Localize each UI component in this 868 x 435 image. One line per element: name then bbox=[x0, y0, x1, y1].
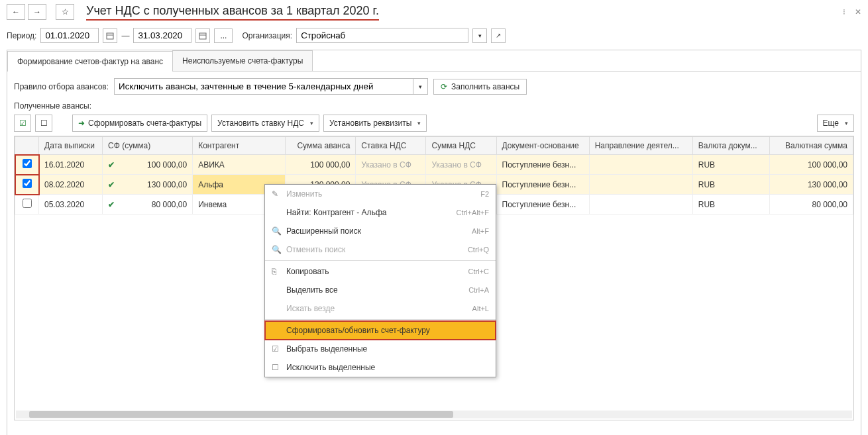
col-curr-sum[interactable]: Валютная сумма bbox=[769, 137, 853, 155]
menu-item-label: Сформировать/обновить счет-фактуру bbox=[286, 326, 489, 335]
col-check[interactable] bbox=[15, 137, 39, 155]
menu-item-icon: 🔍 bbox=[272, 226, 286, 236]
col-rate[interactable]: Ставка НДС bbox=[356, 137, 426, 155]
cell-date: 05.03.2020 bbox=[39, 195, 103, 215]
period-to-input[interactable] bbox=[133, 28, 191, 43]
period-to-cal-button[interactable] bbox=[195, 28, 210, 43]
menu-separator bbox=[265, 319, 496, 320]
menu-item-label: Расширенный поиск bbox=[286, 226, 472, 236]
menu-item-label: Искать везде bbox=[286, 304, 472, 313]
menu-item-shortcut: Ctrl+C bbox=[468, 267, 489, 275]
tab-unused-invoices[interactable]: Неиспользуемые счета-фактуры bbox=[172, 50, 313, 71]
menu-item[interactable]: Сформировать/обновить счет-фактуру bbox=[265, 321, 496, 340]
menu-item-icon: 🔍 bbox=[272, 245, 286, 254]
tab-form-invoices[interactable]: Формирование счетов-фактур на аванс bbox=[7, 51, 173, 72]
refresh-icon: ⟳ bbox=[441, 82, 447, 91]
cell-contractor: АВИКА bbox=[193, 155, 286, 175]
page-title: Учет НДС с полученных авансов за 1 кварт… bbox=[86, 4, 379, 21]
select-all-button[interactable]: ☑ bbox=[14, 115, 31, 132]
col-sf[interactable]: СФ (сумма) bbox=[103, 137, 193, 155]
menu-item[interactable]: ☑ Выбрать выделенные bbox=[265, 340, 496, 358]
fill-advances-button[interactable]: ⟳ Заполнить авансы bbox=[433, 79, 527, 95]
cell-direction bbox=[589, 195, 692, 215]
period-from-input[interactable] bbox=[40, 28, 99, 43]
close-icon[interactable]: ✕ bbox=[855, 7, 861, 17]
check-icon: ✔ bbox=[108, 200, 115, 209]
set-vat-rate-button[interactable]: Установить ставку НДС bbox=[211, 115, 319, 132]
horizontal-scrollbar[interactable] bbox=[16, 411, 852, 418]
period-select-button[interactable]: ... bbox=[214, 28, 233, 43]
menu-item-shortcut: Alt+F bbox=[472, 227, 489, 235]
cell-doc: Поступление безн... bbox=[496, 175, 589, 195]
col-date[interactable]: Дата выписки bbox=[39, 137, 103, 155]
cell-doc: Поступление безн... bbox=[496, 195, 589, 215]
more-button[interactable]: Еще bbox=[817, 115, 854, 132]
cell-currency: RUB bbox=[692, 195, 769, 215]
org-dropdown-button[interactable]: ▾ bbox=[472, 28, 487, 43]
nav-back-button[interactable]: ← bbox=[7, 4, 25, 20]
context-menu: ✎ Изменить F2 Найти: Контрагент - Альфа … bbox=[264, 184, 496, 377]
more-menu-icon[interactable]: ⁝ bbox=[843, 7, 845, 17]
menu-item[interactable]: ⎘ Копировать Ctrl+C bbox=[265, 262, 496, 281]
menu-item[interactable]: 🔍 Отменить поиск Ctrl+Q bbox=[265, 240, 496, 259]
filter-select[interactable] bbox=[115, 79, 413, 94]
check-icon: ✔ bbox=[108, 180, 115, 189]
checkbox-all-icon: ☑ bbox=[19, 119, 27, 128]
col-contractor[interactable]: Контрагент bbox=[193, 137, 286, 155]
svg-rect-0 bbox=[107, 33, 113, 39]
menu-item-shortcut: Ctrl+Q bbox=[468, 246, 489, 254]
menu-item[interactable]: ☐ Исключить выделенные bbox=[265, 358, 496, 377]
menu-item[interactable]: Искать везде Alt+L bbox=[265, 299, 496, 318]
arrow-right-icon: → bbox=[33, 7, 41, 17]
row-checkbox[interactable] bbox=[23, 179, 32, 188]
arrow-right-icon: ➜ bbox=[78, 119, 85, 128]
filter-label: Правило отбора авансов: bbox=[14, 82, 109, 91]
cell-date: 16.01.2020 bbox=[39, 155, 103, 175]
arrow-left-icon: ← bbox=[12, 7, 20, 17]
calendar-icon bbox=[199, 32, 207, 40]
cell-curr-sum: 100 000,00 bbox=[769, 155, 853, 175]
cell-sf: ✔100 000,00 bbox=[103, 155, 193, 175]
cell-curr-sum: 80 000,00 bbox=[769, 195, 853, 215]
menu-item-icon: ⎘ bbox=[272, 267, 286, 276]
menu-item-label: Выделить все bbox=[286, 285, 468, 295]
form-invoices-button[interactable]: ➜ Сформировать счета-фактуры bbox=[72, 115, 207, 132]
col-vat[interactable]: Сумма НДС bbox=[426, 137, 496, 155]
chevron-down-icon: ▾ bbox=[478, 32, 482, 39]
period-label: Период: bbox=[7, 31, 36, 40]
col-direction[interactable]: Направление деятел... bbox=[589, 137, 692, 155]
cell-doc: Поступление безн... bbox=[496, 155, 589, 175]
menu-item-shortcut: Alt+L bbox=[472, 305, 489, 313]
org-input[interactable] bbox=[296, 28, 468, 43]
deselect-all-button[interactable]: ☐ bbox=[35, 115, 52, 132]
check-icon: ✔ bbox=[108, 160, 115, 169]
menu-item-shortcut: F2 bbox=[480, 190, 489, 198]
menu-item[interactable]: Найти: Контрагент - Альфа Ctrl+Alt+F bbox=[265, 203, 496, 222]
table-row[interactable]: 16.01.2020 ✔100 000,00 АВИКА 100 000,00 … bbox=[15, 155, 853, 175]
period-dash: — bbox=[121, 31, 129, 40]
nav-forward-button[interactable]: → bbox=[28, 4, 46, 20]
col-currency[interactable]: Валюта докум... bbox=[692, 137, 769, 155]
cell-direction bbox=[589, 155, 692, 175]
open-icon: ↗ bbox=[496, 32, 501, 39]
svg-rect-2 bbox=[199, 33, 206, 39]
menu-item-label: Отменить поиск bbox=[286, 245, 468, 254]
chevron-down-icon: ▾ bbox=[419, 83, 422, 90]
menu-item-icon: ☑ bbox=[272, 344, 286, 354]
cell-date: 08.02.2020 bbox=[39, 175, 103, 195]
menu-item[interactable]: ✎ Изменить F2 bbox=[265, 185, 496, 203]
menu-item[interactable]: 🔍 Расширенный поиск Alt+F bbox=[265, 222, 496, 240]
cell-vat: Указано в СФ bbox=[426, 155, 496, 175]
row-checkbox[interactable] bbox=[23, 199, 32, 208]
row-checkbox[interactable] bbox=[23, 159, 32, 168]
filter-dropdown-button[interactable]: ▾ bbox=[413, 79, 427, 94]
menu-item[interactable]: Выделить все Ctrl+A bbox=[265, 281, 496, 299]
cell-sf: ✔130 000,00 bbox=[103, 175, 193, 195]
col-doc[interactable]: Документ-основание bbox=[496, 137, 589, 155]
org-open-button[interactable]: ↗ bbox=[491, 28, 506, 43]
favorite-button[interactable]: ☆ bbox=[56, 4, 74, 20]
col-sum[interactable]: Сумма аванса bbox=[286, 137, 356, 155]
org-label: Организация: bbox=[242, 31, 292, 40]
period-from-cal-button[interactable] bbox=[103, 28, 117, 43]
set-props-button[interactable]: Установить реквизиты bbox=[323, 115, 427, 132]
